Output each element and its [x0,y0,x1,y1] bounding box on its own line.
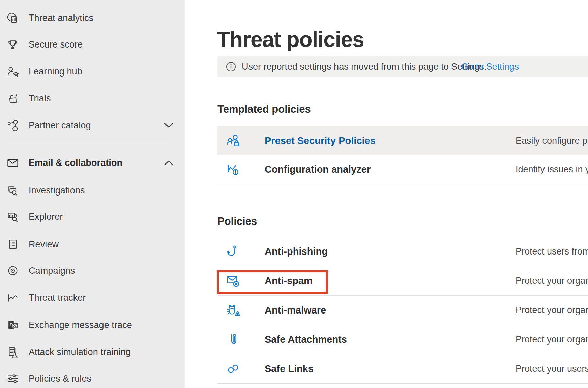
sidebar-item-label: Email & collaboration [29,158,122,168]
sidebar-item-email-collaboration[interactable]: Email & collaboration [0,149,185,176]
threat-policies-page: Threat analytics Secure score [0,0,588,388]
row-label: Safe Attachments [265,334,347,345]
info-icon [226,62,236,72]
row-description: Protect users from p [516,246,588,257]
row-label: Anti-phishing [265,246,328,257]
configuration-analyzer-icon [225,161,241,177]
sidebar-item-policies-rules[interactable]: Policies & rules [0,365,185,388]
row-anti-phishing[interactable]: Anti-phishing Protect users from p [217,237,588,266]
row-description: Protect your users fr [516,363,588,374]
sidebar-item-trials[interactable]: Trials [0,85,185,112]
sidebar-item-secure-score[interactable]: Secure score [0,31,185,58]
email-collaboration-icon [6,156,19,169]
review-icon [6,238,19,251]
threat-tracker-icon [6,291,19,304]
anti-spam-icon [225,273,241,289]
sidebar-divider [6,145,175,145]
row-description: Protect your organiz [516,334,588,345]
row-preset-security-policies[interactable]: Preset Security Policies Easily configur… [217,126,588,155]
section-heading-templated-policies: Templated policies [217,103,311,115]
explorer-icon [6,210,19,223]
sidebar-item-label: Threat analytics [29,13,93,23]
row-safe-links[interactable]: Safe Links Protect your users fr [217,354,588,383]
banner-message: User reported settings has moved from th… [242,61,487,72]
row-label: Configuration analyzer [265,164,371,175]
campaigns-icon [6,264,19,277]
anti-phishing-icon [225,243,241,260]
sidebar-item-partner-catalog[interactable]: Partner catalog [0,112,185,139]
row-description: Protect your organiz [516,305,588,315]
sidebar-item-explorer[interactable]: Explorer [0,203,185,230]
row-label: Preset Security Policies [265,135,376,146]
sidebar-item-label: Learning hub [29,66,82,77]
sidebar-item-label: Partner catalog [29,120,91,131]
exchange-message-trace-icon: E [6,319,19,331]
row-label: Anti-spam [265,275,313,286]
safe-attachments-icon [225,331,241,348]
row-configuration-analyzer[interactable]: Configuration analyzer Identify issues i… [217,155,588,184]
sidebar-item-label: Secure score [29,39,83,50]
sidebar-item-investigations[interactable]: Investigations [0,177,185,204]
sidebar-item-review[interactable]: Review [0,231,185,258]
sidebar-item-label: Threat tracker [29,293,86,303]
learning-hub-icon [6,65,19,78]
trials-icon [6,92,19,105]
sidebar-item-label: Attack simulation training [29,347,131,357]
row-label: Safe Links [265,363,314,374]
sidebar-item-threat-analytics[interactable]: Threat analytics [0,4,185,31]
row-label: Anti-malware [265,304,326,316]
anti-malware-icon [225,302,241,318]
partner-catalog-icon [6,119,19,132]
row-anti-spam[interactable]: Anti-spam Protect your organiz [217,266,588,295]
threat-analytics-icon [6,11,19,24]
preset-security-policies-icon [225,132,241,149]
chevron-down-icon[interactable] [164,123,173,128]
row-safe-attachments[interactable]: Safe Attachments Protect your organiz [217,325,588,354]
secure-score-icon [6,38,19,51]
row-divider [217,184,588,184]
sidebar-item-label: Policies & rules [29,374,91,384]
sidebar-item-label: Investigations [29,185,85,196]
sidebar-item-campaigns[interactable]: Campaigns [0,257,185,284]
sidebar-item-exchange-message-trace[interactable]: E Exchange message trace [0,311,185,338]
sidebar-item-label: Trials [29,93,51,104]
row-description: Protect your organiz [516,275,588,286]
info-banner: User reported settings has moved from th… [217,56,588,77]
sidebar-item-threat-tracker[interactable]: Threat tracker [0,284,185,311]
sidebar-item-attack-simulation-training[interactable]: Attack simulation training [0,338,185,365]
sidebar: Threat analytics Secure score [0,0,185,388]
row-description: Easily configure prot [516,135,588,146]
section-heading-policies: Policies [217,215,257,228]
row-description: Identify issues in you [516,164,588,175]
sidebar-item-learning-hub[interactable]: Learning hub [0,58,185,85]
sidebar-item-label: Campaigns [29,266,75,276]
sidebar-item-label: Exchange message trace [29,320,132,330]
go-to-settings-link[interactable]: Go to Settings [461,61,519,72]
attack-simulation-training-icon [6,346,19,358]
row-anti-malware[interactable]: Anti-malware Protect your organiz [217,295,588,325]
safe-links-icon [225,361,241,377]
investigations-icon [6,184,19,197]
row-divider [217,383,588,384]
policies-rules-icon [6,372,19,385]
sidebar-item-label: Review [29,239,59,250]
page-title: Threat policies [217,28,364,51]
sidebar-item-label: Explorer [29,212,63,222]
chevron-up-icon[interactable] [164,160,173,166]
